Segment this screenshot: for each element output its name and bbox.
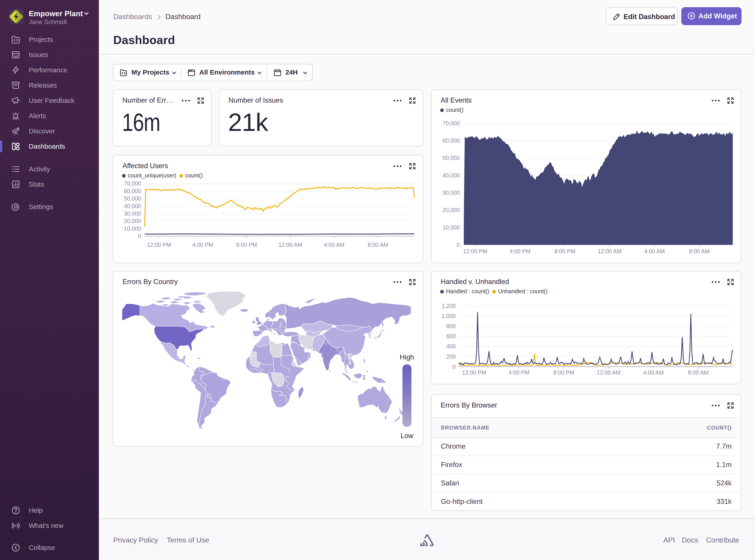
- svg-text:50,000: 50,000: [443, 155, 460, 161]
- svg-text:400: 400: [446, 343, 456, 349]
- svg-text:12:00 AM: 12:00 AM: [597, 369, 621, 376]
- svg-text:8:00 AM: 8:00 AM: [368, 242, 388, 248]
- svg-text:4:00 AM: 4:00 AM: [644, 248, 665, 254]
- svg-text:8:00 PM: 8:00 PM: [554, 248, 575, 254]
- svg-text:1,000: 1,000: [442, 313, 456, 319]
- svg-text:40,000: 40,000: [124, 203, 141, 209]
- svg-text:10,000: 10,000: [124, 225, 141, 232]
- svg-text:800: 800: [446, 323, 456, 329]
- svg-text:8:00 PM: 8:00 PM: [553, 369, 574, 376]
- svg-text:50,000: 50,000: [124, 195, 141, 202]
- svg-text:12:00 AM: 12:00 AM: [278, 242, 302, 248]
- svg-text:8:00 AM: 8:00 AM: [688, 369, 709, 376]
- svg-text:40,000: 40,000: [443, 172, 460, 179]
- svg-text:70,000: 70,000: [124, 180, 141, 186]
- svg-text:0: 0: [138, 233, 141, 239]
- svg-text:4:00 AM: 4:00 AM: [324, 242, 345, 248]
- svg-text:12:00 PM: 12:00 PM: [463, 248, 487, 254]
- svg-text:12:00 PM: 12:00 PM: [462, 369, 486, 376]
- svg-text:200: 200: [446, 354, 456, 360]
- svg-text:12:00 AM: 12:00 AM: [598, 248, 621, 254]
- svg-text:10,000: 10,000: [443, 224, 460, 231]
- svg-text:60,000: 60,000: [124, 188, 141, 194]
- svg-text:20,000: 20,000: [443, 207, 460, 213]
- svg-text:30,000: 30,000: [124, 211, 141, 217]
- svg-text:600: 600: [446, 333, 456, 339]
- svg-text:8:00 PM: 8:00 PM: [236, 242, 257, 248]
- svg-text:20,000: 20,000: [124, 218, 141, 224]
- svg-text:70,000: 70,000: [443, 120, 460, 126]
- svg-text:4:00 PM: 4:00 PM: [192, 242, 213, 248]
- svg-text:1,200: 1,200: [442, 303, 456, 309]
- svg-text:4:00 PM: 4:00 PM: [510, 248, 530, 254]
- svg-text:4:00 PM: 4:00 PM: [508, 369, 529, 376]
- svg-text:8:00 AM: 8:00 AM: [689, 248, 710, 254]
- svg-text:60,000: 60,000: [443, 137, 460, 144]
- svg-text:12:00 PM: 12:00 PM: [147, 242, 171, 248]
- svg-text:4:00 AM: 4:00 AM: [643, 369, 664, 376]
- svg-text:0: 0: [457, 242, 460, 248]
- svg-text:0: 0: [452, 363, 456, 370]
- svg-text:30,000: 30,000: [443, 189, 460, 196]
